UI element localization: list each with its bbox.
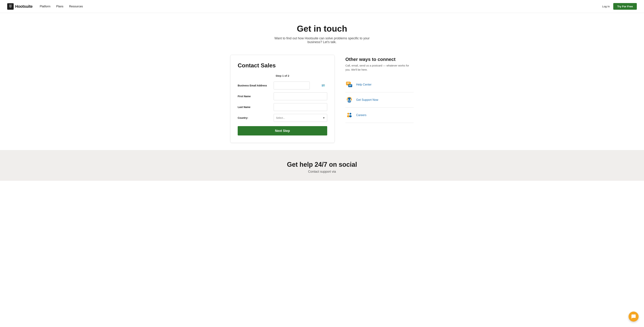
email-group: Business Email Address 🪪	[238, 82, 327, 89]
login-button[interactable]: Log In	[602, 5, 610, 8]
hero-subtitle: Want to find out how Hootsuite can solve…	[268, 36, 376, 44]
svg-rect-17	[351, 99, 352, 100]
lastname-input[interactable]	[274, 103, 327, 111]
step-label: Step 1 of 2	[238, 74, 327, 77]
bottom-subtext: Contact support via	[7, 170, 637, 174]
lastname-label: Last Name	[238, 106, 274, 108]
support-icon	[345, 96, 353, 104]
nav-plans[interactable]: Plans	[56, 5, 64, 8]
next-step-button[interactable]: Next Step	[238, 126, 327, 135]
connect-items-list: Help Center Get Support No	[345, 77, 414, 123]
careers-icon	[345, 111, 353, 119]
connect-sidebar: Other ways to connect Call, email, send …	[345, 55, 414, 123]
email-card-icon: 🪪	[322, 84, 325, 87]
firstname-label: First Name	[238, 95, 274, 98]
country-select-wrapper: Select... ▼	[274, 114, 327, 122]
country-select[interactable]: Select...	[274, 114, 327, 122]
svg-rect-16	[347, 99, 348, 100]
navbar-left: Hootsuite Platform Plans Resources	[7, 3, 83, 10]
logo-text: Hootsuite	[15, 4, 32, 9]
nav-links: Platform Plans Resources	[40, 5, 83, 8]
svg-point-3	[11, 6, 11, 6]
help-center-icon	[345, 81, 353, 89]
logo-link[interactable]: Hootsuite	[7, 3, 32, 10]
svg-point-20	[350, 113, 351, 115]
hero-section: Get in touch Want to find out how Hootsu…	[0, 13, 644, 48]
form-heading: Contact Sales	[238, 62, 327, 69]
email-label: Business Email Address	[238, 84, 274, 87]
navbar: Hootsuite Platform Plans Resources Log I…	[0, 0, 644, 13]
careers-link[interactable]: Careers	[356, 114, 366, 117]
email-input[interactable]	[274, 82, 310, 89]
helpcenter-link[interactable]: Help Center	[356, 83, 372, 86]
email-input-wrapper: 🪪	[274, 82, 327, 89]
hootsuite-owl-icon	[7, 3, 14, 10]
country-group: Country: Select... ▼	[238, 114, 327, 122]
connect-item-support[interactable]: Get Support Now	[345, 92, 414, 108]
svg-point-19	[347, 115, 350, 117]
svg-point-21	[349, 115, 352, 117]
svg-point-15	[348, 100, 351, 103]
svg-point-18	[347, 113, 349, 115]
connect-item-helpcenter[interactable]: Help Center	[345, 77, 414, 92]
bottom-section: Get help 24/7 on social Contact support …	[0, 150, 644, 181]
main-content: Contact Sales Step 1 of 2 Business Email…	[223, 55, 421, 143]
connect-item-careers[interactable]: Careers	[345, 108, 414, 123]
sidebar-heading: Other ways to connect	[345, 57, 414, 62]
svg-line-4	[10, 4, 10, 5]
support-link[interactable]: Get Support Now	[356, 98, 378, 101]
svg-point-2	[10, 6, 10, 6]
bottom-heading: Get help 24/7 on social	[7, 161, 637, 168]
contact-form-card: Contact Sales Step 1 of 2 Business Email…	[230, 55, 334, 143]
firstname-input[interactable]	[274, 92, 327, 100]
hero-title: Get in touch	[7, 24, 637, 33]
sidebar-subtitle: Call, email, send us a postcard — whatev…	[345, 64, 414, 72]
firstname-group: First Name	[238, 92, 327, 100]
lastname-group: Last Name	[238, 103, 327, 111]
navbar-right: Log In Try For Free	[602, 3, 637, 10]
try-for-free-button[interactable]: Try For Free	[613, 3, 637, 10]
nav-platform[interactable]: Platform	[40, 5, 50, 8]
country-label: Country:	[238, 116, 274, 119]
nav-resources[interactable]: Resources	[69, 5, 83, 8]
